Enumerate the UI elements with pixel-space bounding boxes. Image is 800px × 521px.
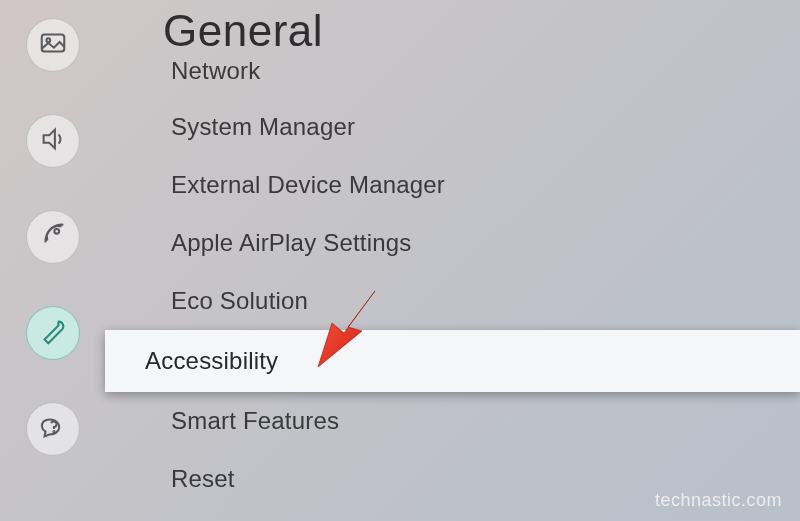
page-title: General xyxy=(105,0,800,56)
content-area: General Network System Manager External … xyxy=(105,0,800,521)
menu-item-label: Apple AirPlay Settings xyxy=(171,229,412,257)
picture-icon xyxy=(38,28,68,62)
menu-item-network[interactable]: Network xyxy=(105,60,800,98)
sidebar xyxy=(0,0,105,521)
support-icon xyxy=(38,412,68,446)
menu-item-external-device-manager[interactable]: External Device Manager xyxy=(105,156,800,214)
watermark: technastic.com xyxy=(655,490,782,511)
svg-point-2 xyxy=(54,229,59,234)
menu-item-label: External Device Manager xyxy=(171,171,445,199)
menu-item-label: Accessibility xyxy=(145,347,278,375)
sidebar-item-picture[interactable] xyxy=(26,18,80,72)
menu-item-apple-airplay-settings[interactable]: Apple AirPlay Settings xyxy=(105,214,800,272)
sidebar-item-support[interactable] xyxy=(26,402,80,456)
sidebar-item-general[interactable] xyxy=(26,306,80,360)
menu-item-accessibility[interactable]: Accessibility xyxy=(105,330,800,392)
menu-item-system-manager[interactable]: System Manager xyxy=(105,98,800,156)
sidebar-item-sound[interactable] xyxy=(26,114,80,168)
menu-item-label: Network xyxy=(171,57,260,85)
menu-item-label: Smart Features xyxy=(171,407,339,435)
menu-item-smart-features[interactable]: Smart Features xyxy=(105,392,800,450)
svg-point-3 xyxy=(53,431,54,432)
menu-item-label: Reset xyxy=(171,465,235,493)
menu-item-eco-solution[interactable]: Eco Solution xyxy=(105,272,800,330)
menu-item-label: System Manager xyxy=(171,113,355,141)
wrench-icon xyxy=(38,316,68,350)
svg-point-1 xyxy=(46,38,50,42)
menu-list: Network System Manager External Device M… xyxy=(105,60,800,508)
menu-item-label: Eco Solution xyxy=(171,287,308,315)
sidebar-item-broadcast[interactable] xyxy=(26,210,80,264)
satellite-icon xyxy=(38,220,68,254)
sound-icon xyxy=(38,124,68,158)
